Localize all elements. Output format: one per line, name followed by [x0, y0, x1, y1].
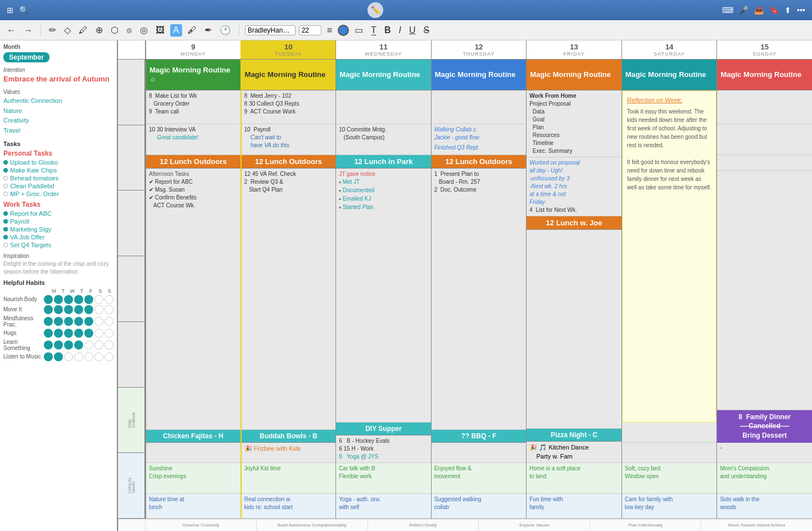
bv-empty [118, 519, 145, 531]
bv-4: Explore Values [478, 519, 589, 531]
afternoon-15 [717, 171, 812, 410]
lunch-banner-13: 12 Lunch w. Joe [527, 216, 622, 230]
main-area: Month September Intention Embrace the ar… [0, 40, 812, 531]
color-picker[interactable] [338, 25, 349, 36]
afternoon-11: JT gave notice •Met JT •Documented •Emai… [336, 169, 431, 423]
dinner-13: Pizza Night - C [527, 429, 622, 442]
value-2: Nature [3, 106, 114, 116]
day-col-15: Magic Morning Routine 8 Family Dinner — … [716, 60, 812, 519]
back-btn[interactable]: ← [4, 24, 18, 37]
day-header-11: 11 WEDNESDAY [335, 40, 431, 59]
pen-tool[interactable]: ✏ [47, 24, 58, 37]
top-bar: ⊞ 🔍 ✏️ ⌨ 🎤 📤 🔖 ⬆ ••• [0, 0, 812, 20]
bv-5: Plan Intentionally [589, 519, 701, 531]
work-task-5: Set Q4 Targets [3, 242, 114, 248]
gratitude-9: Sunshine Crisp evenings [146, 463, 241, 494]
image-tool[interactable]: 🖼 [153, 24, 167, 37]
inspiration-text: Delight in the coming of the crisp and c… [3, 260, 114, 276]
inspiration-label: Inspiration [3, 253, 114, 259]
calendar-body: DailyGratitude Living byValues Magic Mor… [118, 60, 812, 519]
lunch-banner-11: 12 Lunch in Park [336, 155, 431, 169]
select-tool[interactable]: ◎ [138, 24, 150, 37]
day-col-14: Magic Morning Routine Reflection on Week… [622, 60, 717, 519]
gratitude-11: Car talk with B Flexible work [336, 463, 431, 494]
morning-banner-15: Magic Morning Routine [717, 60, 812, 90]
personal-task-5: MP + Groc. Order [3, 190, 114, 197]
calendar: 9 MONDAY 10 TUESDAY 11 WEDNESDAY 12 THUR… [118, 40, 812, 531]
strikethrough-btn[interactable]: S [421, 24, 432, 37]
afternoon-10: 12 45 VA Ref. Check 2 Review Q3 & Start … [242, 169, 336, 430]
work-task-4: VA Job Offer [3, 234, 114, 240]
pen2-tool[interactable]: 🖋 [185, 24, 199, 37]
gratitude-13: Home is a soft place to land [527, 463, 622, 494]
mic-icon[interactable]: 🎤 [739, 6, 749, 15]
tasks-label: Tasks [3, 140, 114, 147]
top-left-icons: ⊞ 🔍 [7, 6, 29, 15]
month-badge: September [3, 52, 49, 62]
share-icon[interactable]: 📤 [754, 6, 764, 15]
shape-tool[interactable]: ⬡ [108, 24, 121, 37]
pencil-icon-center[interactable]: ✏️ [368, 2, 383, 18]
search-icon[interactable]: 🔍 [19, 6, 29, 15]
text-tool[interactable]: T̲ [369, 24, 379, 37]
day-header-9: 9 MONDAY [145, 40, 241, 59]
morning-tasks-13: Work From Home Project Proposal Data Goa… [527, 90, 622, 157]
day-headers: 9 MONDAY 10 TUESDAY 11 WEDNESDAY 12 THUR… [118, 40, 812, 60]
lasso-tool[interactable]: ⌾ [124, 24, 134, 37]
sticky-note-14: Reflection on Week: Took it easy this we… [622, 90, 717, 423]
day-header-14: 14 SATURDAY [622, 40, 717, 59]
bold-btn[interactable]: B [382, 24, 393, 37]
work-task-1: Report for ABC [3, 210, 114, 217]
habit-row-3: Mindfulness Prac. [3, 315, 114, 328]
sidebar: Month September Intention Embrace the ar… [0, 40, 118, 531]
morning-tasks-12 [432, 90, 527, 124]
day-col-10: Magic Morning Routine 8 Meet Jerry - 102… [241, 60, 336, 519]
afternoon-13 [527, 230, 622, 429]
keyboard-icon[interactable]: ⌨ [722, 6, 733, 15]
day-header-12: 12 THURSDAY [431, 40, 527, 59]
toolbar: ← → ✏ ◇ 🖊 ⊕ ⬡ ⌾ ◎ 🖼 A 🖋 ✒ 🕐 BradleyHandl… [0, 20, 812, 40]
apps-icon[interactable]: ⊞ [7, 6, 13, 15]
lunch-banner-9: 12 Lunch Outdoors [146, 155, 241, 169]
lunch-banner-10: 12 Lunch Outdoors [242, 155, 336, 169]
morning-banner-12: Magic Morning Routine [432, 60, 527, 90]
habit-row-5: Learn Something [3, 339, 114, 351]
family-dinner-box: 8 Family Dinner — Cancelled — Bring Dess… [717, 410, 812, 443]
bv-6: Move Toward Valued Actions [701, 519, 812, 531]
dinner-section-14 [622, 423, 717, 443]
calendar-edge: DailyGratitude Living byValues [118, 60, 145, 519]
italic-btn[interactable]: I [397, 24, 403, 37]
afternoon-9: Afternoon Tasks ✔ Report for ABC ✔ Msg. … [146, 169, 241, 430]
bottom-values-ribbon: Observe Curiously Build Awareness Compas… [118, 519, 812, 531]
eraser-tool[interactable]: ◇ [62, 24, 73, 37]
dinner-12: ?? BBQ - F [432, 430, 527, 443]
underline-btn[interactable]: U [407, 24, 418, 37]
forward-btn[interactable]: → [21, 24, 35, 37]
morning-banner-13: Magic Morning Routine [527, 60, 622, 90]
list-btn[interactable]: ≡ [325, 24, 334, 37]
script-tool[interactable]: ✒ [202, 24, 214, 37]
more-icon[interactable]: ••• [797, 6, 805, 15]
edge-morning [118, 60, 144, 125]
day-header-10: 10 TUESDAY [241, 40, 336, 59]
highlight-tool[interactable]: A [170, 24, 182, 37]
midday-9: 10 30 Interview VA Great candidate! [146, 124, 241, 155]
marker-tool[interactable]: 🖊 [76, 24, 90, 37]
sep2 [239, 25, 239, 36]
living-9: Nature time at lunch [146, 494, 241, 519]
font-family-select[interactable]: BradleyHandl... [245, 25, 296, 35]
clock-tool[interactable]: 🕐 [217, 24, 233, 37]
font-size-input[interactable]: 22 [299, 25, 321, 35]
lunch-15 [717, 155, 812, 171]
morning-banner-14: Magic Morning Routine [622, 60, 717, 90]
habit-day-headers: M T W T F S S [3, 288, 114, 294]
work-tasks-label: Work Tasks [3, 201, 114, 208]
stamp-tool[interactable]: ⊕ [93, 24, 105, 37]
export-icon[interactable]: ⬆ [784, 6, 791, 15]
afternoon-12: 1 Present Plan to Board - Rm. 257 2 Doc.… [432, 169, 527, 430]
morning-banner-9: Magic Morning Routine ☼ [146, 60, 241, 90]
midday-11: 10 Committe Mntg. (South Campus) [336, 124, 431, 155]
day-col-9: Magic Morning Routine ☼ 8 Make List for … [145, 60, 241, 519]
rect-tool[interactable]: ▭ [352, 24, 365, 37]
bookmark-icon[interactable]: 🔖 [769, 6, 779, 15]
